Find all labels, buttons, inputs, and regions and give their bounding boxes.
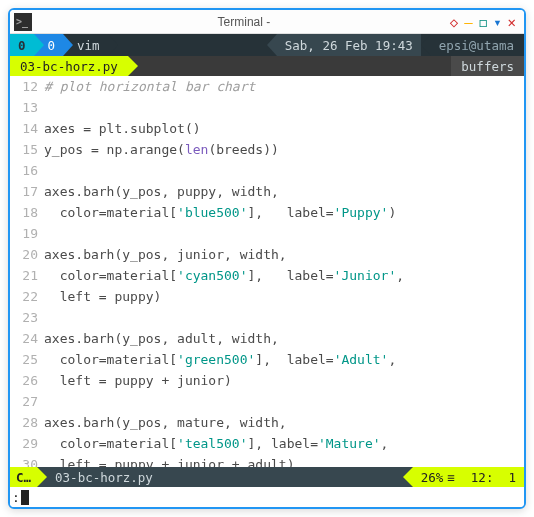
code-content: axes = plt.subplot() xyxy=(44,118,201,139)
tab-buffers-label[interactable]: buffers xyxy=(451,56,524,76)
separator-icon xyxy=(37,467,47,487)
line-number: 13 xyxy=(10,97,44,118)
separator-icon xyxy=(267,34,277,56)
code-content: # plot horizontal bar chart xyxy=(44,76,255,97)
line-number: 30 xyxy=(10,454,44,467)
vim-statusline: C… 03-bc-horz.py 26% ≡ 12: 1 xyxy=(10,467,524,487)
tmux-status-bar: 0 0 vim Sab, 26 Feb 19:43 epsi@utama xyxy=(10,34,524,56)
line-number: 25 xyxy=(10,349,44,370)
separator-icon xyxy=(63,34,73,56)
line-number: 27 xyxy=(10,391,44,412)
code-line[interactable]: 24axes.barh(y_pos, adult, width, xyxy=(10,328,524,349)
spacer xyxy=(118,34,267,56)
line-number: 17 xyxy=(10,181,44,202)
tmux-session[interactable]: 0 xyxy=(10,34,34,56)
line-number: 12 xyxy=(471,470,486,485)
code-content: left = puppy + junior) xyxy=(44,370,232,391)
close-icon[interactable]: ✕ xyxy=(508,15,516,29)
code-line[interactable]: 28axes.barh(y_pos, mature, width, xyxy=(10,412,524,433)
maximize-icon[interactable]: ◻ xyxy=(479,15,487,29)
cursor xyxy=(21,490,29,505)
status-percent: 26% ≡ xyxy=(413,467,463,487)
code-line[interactable]: 13 xyxy=(10,97,524,118)
code-line[interactable]: 26 left = puppy + junior) xyxy=(10,370,524,391)
code-line[interactable]: 12# plot horizontal bar chart xyxy=(10,76,524,97)
line-number: 19 xyxy=(10,223,44,244)
tmux-window-name[interactable]: vim xyxy=(73,34,108,56)
titlebar: >_ Terminal - ◇ — ◻ ▾ ✕ xyxy=(10,10,524,34)
code-line[interactable]: 23 xyxy=(10,307,524,328)
code-line[interactable]: 14axes = plt.subplot() xyxy=(10,118,524,139)
separator-icon xyxy=(403,467,413,487)
pin-icon[interactable]: ◇ xyxy=(450,15,458,29)
code-content: color=material['teal500'], label='Mature… xyxy=(44,433,388,454)
tmux-user-host: epsi@utama xyxy=(431,34,524,56)
window-title: Terminal - xyxy=(38,15,450,29)
code-line[interactable]: 17axes.barh(y_pos, puppy, width, xyxy=(10,181,524,202)
shade-icon[interactable]: ▾ xyxy=(493,15,501,29)
code-content: y_pos = np.arange(len(breeds)) xyxy=(44,139,279,160)
line-number: 24 xyxy=(10,328,44,349)
status-file: 03-bc-horz.py xyxy=(47,467,161,487)
minimize-icon[interactable]: — xyxy=(464,15,472,29)
line-number: 21 xyxy=(10,265,44,286)
vim-cmdline[interactable]: : xyxy=(10,487,524,507)
code-content: axes.barh(y_pos, puppy, width, xyxy=(44,181,279,202)
line-number: 26 xyxy=(10,370,44,391)
editor-area[interactable]: 12# plot horizontal bar chart1314axes = … xyxy=(10,76,524,467)
code-line[interactable]: 29 color=material['teal500'], label='Mat… xyxy=(10,433,524,454)
separator-icon xyxy=(128,56,138,76)
code-line[interactable]: 18 color=material['blue500'], label='Pup… xyxy=(10,202,524,223)
line-number: 28 xyxy=(10,412,44,433)
code-line[interactable]: 25 color=material['green500'], label='Ad… xyxy=(10,349,524,370)
line-number: 29 xyxy=(10,433,44,454)
lines-icon: ≡ xyxy=(447,470,455,485)
line-number: 23 xyxy=(10,307,44,328)
line-number: 22 xyxy=(10,286,44,307)
code-line[interactable]: 30 left = puppy + junior + adult) xyxy=(10,454,524,467)
spacer xyxy=(138,56,451,76)
status-position: 12: 1 xyxy=(463,467,524,487)
code-line[interactable]: 15y_pos = np.arange(len(breeds)) xyxy=(10,139,524,160)
code-line[interactable]: 27 xyxy=(10,391,524,412)
window-controls: ◇ — ◻ ▾ ✕ xyxy=(450,15,520,29)
col-number: 1 xyxy=(508,470,516,485)
code-content: axes.barh(y_pos, junior, width, xyxy=(44,244,287,265)
line-number: 12 xyxy=(10,76,44,97)
line-number: 15 xyxy=(10,139,44,160)
tab-current-file[interactable]: 03-bc-horz.py xyxy=(10,56,128,76)
code-line[interactable]: 21 color=material['cyan500'], label='Jun… xyxy=(10,265,524,286)
code-line[interactable]: 19 xyxy=(10,223,524,244)
sep: : xyxy=(486,470,494,485)
line-number: 20 xyxy=(10,244,44,265)
separator-icon xyxy=(421,34,431,56)
terminal-app-icon: >_ xyxy=(14,13,32,31)
line-number: 14 xyxy=(10,118,44,139)
terminal-window: >_ Terminal - ◇ — ◻ ▾ ✕ 0 0 vim Sab, 26 … xyxy=(8,8,526,509)
spacer xyxy=(161,467,403,487)
code-content: color=material['blue500'], label='Puppy'… xyxy=(44,202,396,223)
code-content: color=material['green500'], label='Adult… xyxy=(44,349,396,370)
code-content: color=material['cyan500'], label='Junior… xyxy=(44,265,404,286)
tmux-date: Sab, 26 Feb 19:43 xyxy=(277,34,421,56)
mode-indicator: C… xyxy=(10,467,37,487)
separator-icon xyxy=(34,34,44,56)
code-line[interactable]: 16 xyxy=(10,160,524,181)
code-line[interactable]: 22 left = puppy) xyxy=(10,286,524,307)
code-content: left = puppy + junior + adult) xyxy=(44,454,294,467)
line-number: 16 xyxy=(10,160,44,181)
percent-value: 26% xyxy=(421,470,444,485)
code-content: left = puppy) xyxy=(44,286,161,307)
code-line[interactable]: 20axes.barh(y_pos, junior, width, xyxy=(10,244,524,265)
code-content: axes.barh(y_pos, adult, width, xyxy=(44,328,279,349)
code-content: axes.barh(y_pos, mature, width, xyxy=(44,412,287,433)
cmd-prompt: : xyxy=(12,490,20,505)
line-number: 18 xyxy=(10,202,44,223)
separator-icon xyxy=(108,34,118,56)
prompt-icon: >_ xyxy=(16,16,28,27)
vim-tabline: 03-bc-horz.py buffers xyxy=(10,56,524,76)
